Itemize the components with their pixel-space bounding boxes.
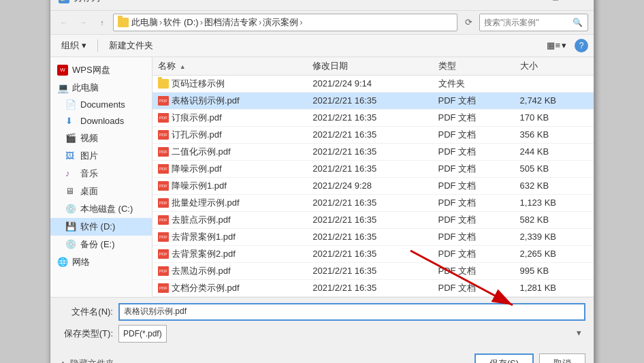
pdf-file-icon: PDF bbox=[158, 266, 169, 276]
forward-button[interactable]: → bbox=[75, 14, 91, 31]
new-folder-button[interactable]: 新建文件夹 bbox=[103, 37, 159, 54]
cancel-button[interactable]: 取消 bbox=[539, 353, 585, 364]
filename-row: 文件名(N): bbox=[59, 303, 585, 321]
sidebar-item-wps[interactable]: W WPS网盘 bbox=[50, 61, 152, 79]
table-row[interactable]: PDF 订痕示例.pdf 2021/2/21 16:35 PDF 文档 170 … bbox=[152, 109, 594, 126]
file-kind: PDF 文档 bbox=[433, 194, 515, 211]
table-row[interactable]: PDF 二值化示例.pdf 2021/2/21 16:35 PDF 文档 244… bbox=[152, 143, 594, 160]
file-name: 去黑边示例.pdf bbox=[172, 265, 231, 277]
table-row[interactable]: PDF 订孔示例.pdf 2021/2/21 16:35 PDF 文档 356 … bbox=[152, 126, 594, 143]
organize-button[interactable]: 组织 ▾ bbox=[56, 37, 92, 54]
file-name-cell: PDF 去背景案例2.pdf bbox=[152, 245, 307, 262]
table-row[interactable]: PDF 文档分类示例.pdf 2021/2/21 16:35 PDF 文档 1,… bbox=[152, 279, 594, 296]
col-name[interactable]: 名称 ▲ bbox=[152, 57, 307, 76]
save-button[interactable]: 保存(S) bbox=[474, 353, 534, 364]
sidebar-item-localc[interactable]: 💿 本地磁盘 (C:) bbox=[50, 200, 152, 218]
file-name-cell: PDF 文档分类示例.pdf bbox=[152, 279, 307, 296]
file-size: 2,265 KB bbox=[515, 245, 594, 262]
file-name-cell: 页码迁移示例 bbox=[152, 75, 307, 92]
file-date: 2021/2/21 16:35 bbox=[307, 228, 432, 245]
file-size: 505 KB bbox=[515, 160, 594, 177]
table-row[interactable]: PDF 去黑边示例.pdf 2021/2/21 16:35 PDF 文档 995… bbox=[152, 262, 594, 279]
nav-toolbar: ← → ↑ 此电脑 › 软件 (D:) › 图档清洁专家 › 演示案例 › ⟳ … bbox=[50, 11, 594, 35]
sidebar-item-softd[interactable]: 💾 软件 (D:) bbox=[50, 218, 152, 236]
file-name-cell: PDF 订痕示例.pdf bbox=[152, 109, 307, 126]
pdf-file-icon: PDF bbox=[158, 215, 169, 225]
file-table[interactable]: 名称 ▲ 修改日期 类型 大小 页码迁移示例 bbox=[152, 57, 594, 297]
file-name: 去背景案例1.pdf bbox=[172, 231, 236, 243]
file-name-cell: PDF 批量处理示例.pdf bbox=[152, 194, 307, 211]
table-row[interactable]: PDF 表格识别示例.pdf 2021/2/21 16:35 PDF 文档 2,… bbox=[152, 92, 594, 109]
file-date: 2021/2/21 16:35 bbox=[307, 160, 432, 177]
minimize-button[interactable]: — bbox=[526, 0, 545, 5]
sidebar-item-downloads[interactable]: ⬇ Downloads bbox=[50, 113, 152, 129]
up-button[interactable]: ↑ bbox=[94, 14, 110, 31]
back-button[interactable]: ← bbox=[56, 14, 72, 31]
pdf-file-icon: PDF bbox=[158, 232, 169, 242]
sidebar-item-pictures[interactable]: 🖼 图片 bbox=[50, 147, 152, 165]
video-icon: 🎬 bbox=[65, 133, 76, 144]
local-c-icon: 💿 bbox=[65, 204, 76, 215]
downloads-icon: ⬇ bbox=[65, 116, 76, 127]
wps-icon: W bbox=[57, 65, 68, 76]
file-name-cell: PDF 去黑边示例.pdf bbox=[152, 262, 307, 279]
toolbar-separator bbox=[97, 40, 98, 52]
refresh-button[interactable]: ⟳ bbox=[460, 14, 477, 31]
table-row[interactable]: PDF 去脏点示例.pdf 2021/2/21 16:35 PDF 文档 582… bbox=[152, 211, 594, 228]
file-name-cell: PDF 二值化示例.pdf bbox=[152, 143, 307, 160]
file-name: 二值化示例.pdf bbox=[172, 146, 231, 158]
desktop-icon: 🖥 bbox=[65, 186, 76, 197]
file-size: 356 KB bbox=[515, 126, 594, 143]
table-row[interactable]: 页码迁移示例 2021/2/24 9:14 文件夹 bbox=[152, 75, 594, 92]
pdf-file-icon: PDF bbox=[158, 181, 169, 191]
file-date: 2021/2/24 9:14 bbox=[307, 75, 432, 92]
file-kind: PDF 文档 bbox=[433, 177, 515, 194]
filetype-select-wrapper: PDF(*.pdf) bbox=[118, 325, 585, 343]
file-name: 订孔示例.pdf bbox=[172, 129, 222, 141]
table-row[interactable]: PDF 去背景案例1.pdf 2021/2/21 16:35 PDF 文档 2,… bbox=[152, 228, 594, 245]
sidebar-item-documents[interactable]: 📄 Documents bbox=[50, 97, 152, 113]
file-kind: PDF 文档 bbox=[433, 245, 515, 262]
file-kind: PDF 文档 bbox=[433, 228, 515, 245]
file-date: 2021/2/24 9:28 bbox=[307, 177, 432, 194]
file-name-cell: PDF 降噪示例.pdf bbox=[152, 160, 307, 177]
sidebar-label-computer: 此电脑 bbox=[72, 82, 99, 94]
file-name: 页码迁移示例 bbox=[172, 78, 225, 90]
sidebar-item-network[interactable]: 🌐 网络 bbox=[50, 253, 152, 271]
table-row[interactable]: PDF 去背景案例2.pdf 2021/2/21 16:35 PDF 文档 2,… bbox=[152, 245, 594, 262]
search-input[interactable] bbox=[484, 18, 573, 27]
sidebar-item-computer[interactable]: 💻 此电脑 bbox=[50, 79, 152, 97]
sidebar-label-pictures: 图片 bbox=[80, 150, 98, 162]
dialog-icon: 📁 bbox=[59, 0, 69, 3]
col-date[interactable]: 修改日期 bbox=[307, 57, 432, 76]
table-row[interactable]: PDF 降噪示例1.pdf 2021/2/24 9:28 PDF 文档 632 … bbox=[152, 177, 594, 194]
sidebar-item-desktop[interactable]: 🖥 桌面 bbox=[50, 183, 152, 200]
search-bar[interactable]: 🔍 bbox=[479, 14, 588, 31]
table-row[interactable]: PDF 降噪示例.pdf 2021/2/21 16:35 PDF 文档 505 … bbox=[152, 160, 594, 177]
breadcrumb[interactable]: 此电脑 › 软件 (D:) › 图档清洁专家 › 演示案例 › bbox=[113, 14, 457, 31]
file-name: 订痕示例.pdf bbox=[172, 112, 222, 124]
docs-icon: 📄 bbox=[65, 99, 76, 110]
title-bar-left: 📁 另存为 bbox=[59, 0, 100, 4]
filename-label: 文件名(N): bbox=[59, 306, 113, 318]
file-size bbox=[515, 75, 594, 92]
hidden-folders-toggle[interactable]: ▲ 隐藏文件夹 bbox=[59, 358, 114, 364]
software-d-icon: 💾 bbox=[65, 221, 76, 232]
col-type[interactable]: 类型 bbox=[433, 57, 515, 76]
maximize-button[interactable]: □ bbox=[546, 0, 565, 5]
view-toggle-button[interactable]: ▦≡ ▾ bbox=[543, 38, 570, 52]
filename-input[interactable] bbox=[118, 303, 585, 321]
breadcrumb-item-computer: 此电脑 bbox=[131, 16, 158, 29]
help-button[interactable]: ? bbox=[575, 39, 588, 52]
sidebar-item-video[interactable]: 🎬 视频 bbox=[50, 129, 152, 147]
pdf-file-icon: PDF bbox=[158, 198, 169, 208]
filetype-select[interactable]: PDF(*.pdf) bbox=[118, 325, 167, 343]
col-size[interactable]: 大小 bbox=[515, 57, 594, 76]
close-button[interactable]: × bbox=[566, 0, 585, 5]
sidebar-label-desktop: 桌面 bbox=[80, 185, 98, 198]
music-icon: ♪ bbox=[65, 168, 76, 179]
table-row[interactable]: PDF 批量处理示例.pdf 2021/2/21 16:35 PDF 文档 1,… bbox=[152, 194, 594, 211]
computer-icon: 💻 bbox=[57, 82, 68, 93]
sidebar-item-backupe[interactable]: 💿 备份 (E:) bbox=[50, 236, 152, 253]
sidebar-item-music[interactable]: ♪ 音乐 bbox=[50, 165, 152, 183]
